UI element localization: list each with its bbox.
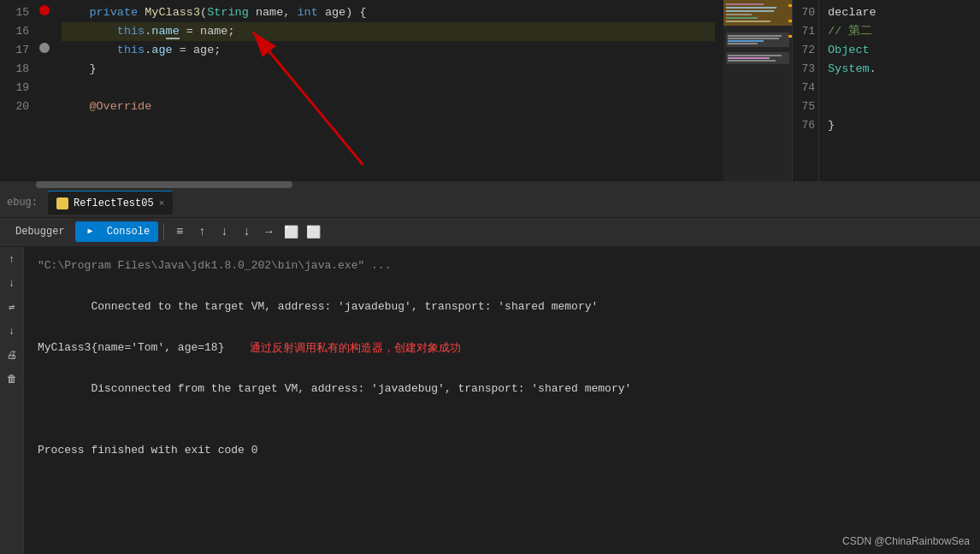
arrow-marker-18: [39, 43, 50, 53]
right-code-line-74: [828, 79, 980, 97]
app-layout: 15 16 17 18 19 20 private MyClass3(Strin…: [0, 0, 980, 554]
tab-close-button[interactable]: ×: [159, 198, 165, 209]
sidebar-filter-btn[interactable]: ↓: [3, 322, 21, 341]
code-line-17: this.age = age;: [62, 41, 715, 60]
toolbar-down2-btn[interactable]: ↓: [236, 221, 257, 242]
watermark: CSDN @ChinaRainbowSea: [842, 535, 970, 547]
sidebar-up-btn[interactable]: ↑: [3, 250, 21, 269]
right-code-line-75: [828, 97, 980, 116]
console-sidebar: ↑ ↓ ⇌ ↓ 🖨 🗑: [0, 247, 24, 554]
toolbar-box2-btn[interactable]: ⬜: [303, 221, 323, 242]
console-line-2: Connected to the target VM, address: 'ja…: [38, 276, 966, 338]
tab-bar: ebug: ReflectTest05 ×: [0, 188, 980, 218]
toolbar-box1-btn[interactable]: ⬜: [280, 221, 301, 242]
toolbar-down-btn[interactable]: ↓: [214, 221, 234, 242]
right-code-line-76: }: [828, 116, 980, 135]
editor-area: 15 16 17 18 19 20 private MyClass3(Strin…: [0, 0, 980, 181]
right-code-line-70: declare: [828, 3, 980, 22]
line-markers: [36, 0, 53, 181]
annotation-chinese: 通过反射调用私有的构造器，创建对象成功: [250, 338, 461, 358]
java-file-icon: [56, 197, 68, 209]
code-line-15: private MyClass3(String name, int age) {: [62, 3, 715, 22]
debug-toolbar: Debugger ▶ Console ≡ ↑ ↓ ↓ → ⬜ ⬜: [0, 218, 980, 247]
code-line-20: @Override: [62, 97, 715, 116]
sidebar-print-btn[interactable]: 🖨: [3, 346, 21, 365]
right-code-panel: declare // 第二 Object System. }: [818, 0, 980, 181]
toolbar-right-btn[interactable]: →: [258, 221, 279, 242]
horizontal-scrollbar[interactable]: [0, 181, 980, 188]
toolbar-menu-btn[interactable]: ≡: [169, 221, 190, 242]
console-line-4: Disconnected from the target VM, address…: [38, 358, 966, 420]
line-numbers: 15 16 17 18 19 20: [0, 0, 36, 181]
right-code-line-73: System.: [828, 60, 980, 79]
code-line-16: this.name = name;: [62, 22, 715, 41]
minimap: [723, 0, 792, 181]
console-line-3: MyClass3{name='Tom', age=18}: [38, 338, 224, 358]
toolbar-up-btn[interactable]: ↑: [192, 221, 212, 242]
console-output: "C:\Program Files\Java\jdk1.8.0_202\bin\…: [24, 247, 980, 554]
console-tab[interactable]: ▶ Console: [75, 221, 159, 242]
breakpoint-marker-15[interactable]: [39, 5, 50, 15]
sidebar-wrap-btn[interactable]: ⇌: [3, 298, 21, 317]
console-line-6: Process finished with exit code 0: [38, 440, 966, 461]
console-container: ↑ ↓ ⇌ ↓ 🖨 🗑 "C:\Program Files\Java\jdk1.…: [0, 247, 980, 554]
code-line-18: }: [62, 60, 715, 79]
tab-name: ReflectTest05: [74, 197, 154, 209]
debugger-tab[interactable]: Debugger: [7, 222, 74, 241]
console-line-3-row: MyClass3{name='Tom', age=18} 通过反射调用私有的构造…: [38, 338, 966, 358]
code-content: private MyClass3(String name, int age) {…: [53, 0, 723, 181]
reflect-test-tab[interactable]: ReflectTest05 ×: [48, 191, 173, 215]
right-code-line-72: Object: [828, 41, 980, 60]
disconnected-text: Disconnected from the target VM, address…: [91, 382, 631, 395]
console-line-1: "C:\Program Files\Java\jdk1.8.0_202\bin\…: [38, 256, 966, 276]
sidebar-clear-btn[interactable]: 🗑: [3, 370, 21, 389]
right-line-numbers: 70 71 72 73 74 75 76: [793, 0, 818, 181]
code-line-19: [62, 79, 715, 97]
console-line-5: [38, 420, 966, 440]
connected-text: Connected to the target VM, address: 'ja…: [91, 300, 598, 313]
toolbar-separator: [163, 224, 164, 239]
sidebar-down-btn[interactable]: ↓: [3, 274, 21, 293]
right-code-line-71: // 第二: [828, 22, 980, 41]
debug-prefix: ebug:: [7, 197, 38, 209]
